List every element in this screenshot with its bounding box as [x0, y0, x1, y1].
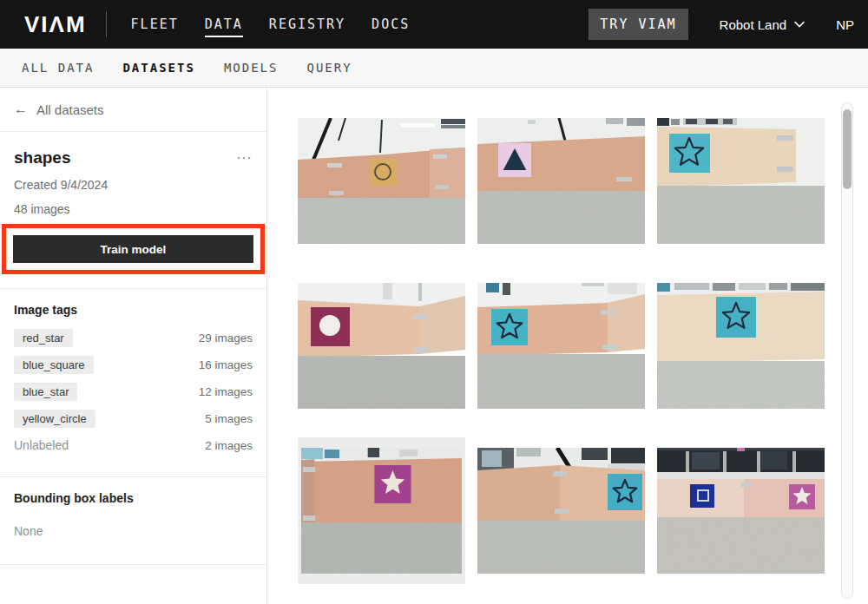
back-link-label: All datasets: [36, 102, 104, 117]
dataset-sidebar: ← All datasets shapes ⋯ Created 9/4/2024…: [0, 88, 267, 604]
dataset-image[interactable]: [657, 118, 825, 244]
nav-item-fleet[interactable]: FLEET: [131, 11, 179, 37]
image-tags-section: Image tags red_star29 imagesblue_square1…: [0, 289, 266, 477]
photo-thumbnail: [298, 283, 465, 409]
dataset-image[interactable]: [298, 283, 465, 409]
dataset-image[interactable]: [477, 118, 645, 244]
tag-row: blue_star12 images: [14, 382, 253, 401]
tag-row: red_star29 images: [14, 328, 253, 347]
dataset-title: shapes: [14, 148, 70, 167]
tag-row: blue_square16 images: [14, 355, 253, 374]
tab-query[interactable]: QUERY: [306, 61, 352, 75]
nav-item-docs[interactable]: DOCS: [372, 11, 410, 37]
primary-nav: FLEETDATAREGISTRYDOCS: [131, 11, 411, 37]
top-navigation-bar: VIΛM FLEETDATAREGISTRYDOCS TRY VIAM Robo…: [0, 0, 868, 49]
image-grid: [298, 118, 825, 574]
tag-list: red_star29 imagesblue_square16 imagesblu…: [14, 328, 253, 455]
tag-row: yellow_circle5 images: [14, 409, 253, 428]
image-tags-heading: Image tags: [14, 303, 253, 317]
dataset-image[interactable]: [477, 283, 645, 409]
arrow-left-icon: ←: [14, 102, 28, 117]
tag-image-count: 16 images: [199, 358, 253, 371]
tag-image-count: 12 images: [199, 385, 253, 398]
dataset-image[interactable]: [477, 448, 645, 574]
dataset-image[interactable]: [657, 283, 825, 409]
gallery-scrollbar-thumb[interactable]: [843, 109, 852, 189]
tab-all-data[interactable]: ALL DATA: [22, 61, 94, 75]
tag-pill[interactable]: yellow_circle: [14, 410, 95, 428]
dataset-image-count: 48 images: [14, 202, 253, 216]
photo-thumbnail: [477, 118, 645, 244]
dataset-summary-section: shapes ⋯ Created 9/4/2024 48 images Trai…: [0, 132, 266, 289]
org-name: Robot Land: [720, 17, 787, 32]
dataset-image[interactable]: [298, 437, 465, 584]
tag-image-count: 2 images: [205, 439, 253, 452]
bounding-box-labels-section: Bounding box labels None: [0, 477, 266, 565]
tag-pill[interactable]: blue_star: [14, 383, 77, 401]
photo-thumbnail: [477, 448, 645, 574]
tag-image-count: 5 images: [205, 412, 253, 425]
back-to-all-datasets-link[interactable]: ← All datasets: [0, 88, 266, 132]
image-gallery: [267, 88, 868, 604]
unlabeled-label: Unlabeled: [14, 438, 69, 452]
data-tabs: ALL DATADATASETSMODELSQUERY: [0, 49, 868, 88]
photo-thumbnail: [298, 118, 465, 244]
photo-thumbnail: [477, 283, 645, 409]
photo-thumbnail: [301, 448, 462, 574]
org-switcher[interactable]: Robot Land: [720, 17, 806, 32]
nav-item-registry[interactable]: REGISTRY: [269, 11, 345, 37]
gallery-scrollbar-track[interactable]: [841, 102, 853, 599]
try-viam-button[interactable]: TRY VIAM: [589, 9, 687, 40]
annotation-highlight-box: Train model: [2, 224, 265, 274]
dataset-image[interactable]: [657, 448, 825, 574]
photo-thumbnail: [657, 283, 825, 409]
train-model-button[interactable]: Train model: [13, 235, 253, 263]
photo-thumbnail: [657, 448, 825, 574]
tag-image-count: 29 images: [199, 332, 253, 345]
kebab-menu-icon[interactable]: ⋯: [236, 154, 253, 162]
tag-row: Unlabeled2 images: [14, 436, 253, 455]
dataset-image[interactable]: [298, 118, 465, 244]
nav-item-data[interactable]: DATA: [205, 11, 243, 37]
chevron-down-icon: [794, 21, 805, 28]
viam-logo: VIΛM: [24, 13, 87, 36]
tab-models[interactable]: MODELS: [224, 61, 279, 75]
bounding-box-labels-value: None: [14, 524, 253, 538]
dataset-created-date: Created 9/4/2024: [14, 178, 253, 192]
tab-datasets[interactable]: DATASETS: [122, 61, 194, 75]
photo-thumbnail: [657, 118, 825, 244]
tag-pill[interactable]: red_star: [14, 329, 73, 347]
avatar[interactable]: NP: [836, 17, 854, 32]
divider: [106, 11, 107, 37]
bounding-box-labels-heading: Bounding box labels: [14, 491, 253, 505]
tag-pill[interactable]: blue_square: [14, 356, 94, 374]
